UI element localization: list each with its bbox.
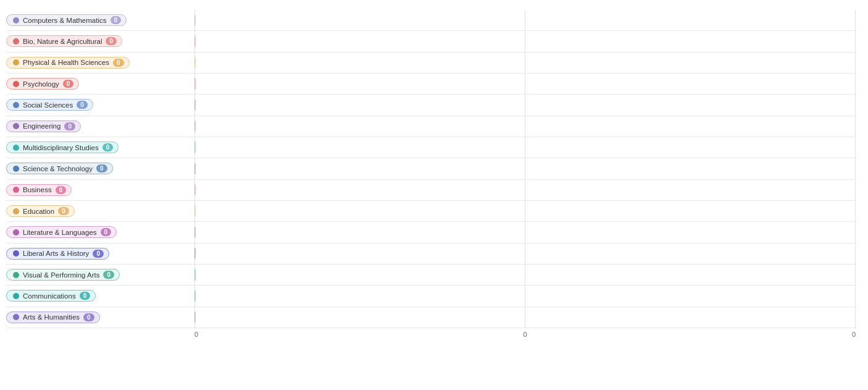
bar-track (194, 74, 856, 94)
bar-track (194, 286, 856, 306)
bar-row: Engineering0 (6, 116, 856, 137)
bar-label-area: Literature & Languages0 (6, 226, 194, 238)
bar-dot-icon (13, 250, 19, 256)
x-axis-labels: 000 (194, 331, 856, 338)
bar-pill: Social Sciences0 (6, 99, 93, 111)
bar-label: Visual & Performing Arts (23, 271, 99, 279)
bar-label: Education (23, 208, 54, 215)
bar-row: Communications0 (6, 286, 856, 307)
bar-pill: Education0 (6, 205, 75, 217)
bar-label: Physical & Health Sciences (23, 59, 109, 66)
chart-area: Computers & Mathematics0Bio, Nature & Ag… (6, 10, 856, 338)
bar-segment (194, 269, 196, 280)
bar-value-badge: 0 (103, 271, 114, 279)
bar-track (194, 31, 856, 51)
bar-pill: Arts & Humanities0 (6, 312, 100, 323)
bar-segment (194, 78, 196, 89)
bar-value-badge: 0 (58, 207, 69, 215)
bar-segment (194, 227, 196, 238)
bar-segment (194, 290, 196, 302)
bar-label: Arts & Humanities (23, 313, 80, 321)
x-axis-label-2: 0 (852, 331, 856, 338)
bar-dot-icon (13, 293, 19, 299)
bar-value-badge: 0 (83, 313, 94, 321)
bar-row: Literature & Languages0 (6, 222, 856, 243)
bar-value-badge: 0 (93, 250, 104, 258)
bar-label: Business (23, 186, 52, 193)
bar-label-area: Arts & Humanities0 (6, 312, 194, 323)
bar-row: Social Sciences0 (6, 95, 856, 116)
bar-segment (194, 100, 196, 111)
bar-label: Multidisciplinary Studies (23, 144, 99, 151)
bar-track (194, 201, 856, 221)
bar-segment (194, 36, 196, 47)
bar-dot-icon (13, 38, 19, 45)
bar-segment (194, 163, 196, 174)
bar-value-badge: 0 (113, 59, 124, 67)
bar-pill: Multidisciplinary Studies0 (6, 142, 119, 153)
bar-label: Social Sciences (23, 101, 73, 109)
bar-track (194, 95, 856, 115)
bar-label-area: Communications0 (6, 290, 194, 302)
bar-pill: Communications0 (6, 290, 96, 302)
bar-label-area: Bio, Nature & Agricultural0 (6, 35, 194, 47)
bar-segment (194, 15, 196, 26)
bar-segment (194, 205, 196, 216)
bar-label: Liberal Arts & History (23, 250, 89, 257)
bar-value-badge: 0 (101, 228, 112, 236)
bar-label: Communications (23, 292, 76, 300)
bar-track (194, 116, 856, 137)
bar-label: Bio, Nature & Agricultural (23, 38, 102, 45)
bar-segment (194, 248, 196, 259)
bar-label: Science & Technology (23, 165, 93, 172)
bar-value-badge: 0 (102, 143, 114, 151)
bar-value-badge: 0 (64, 122, 75, 130)
bar-track (194, 53, 856, 73)
bar-label-area: Science & Technology0 (6, 163, 194, 174)
bar-track (194, 10, 856, 30)
bar-label-area: Education0 (6, 205, 194, 217)
bar-dot-icon (13, 208, 19, 214)
bar-label: Computers & Mathematics (23, 17, 107, 24)
bar-row: Computers & Mathematics0 (6, 10, 856, 31)
bar-dot-icon (13, 314, 19, 320)
bar-label-area: Liberal Arts & History0 (6, 248, 194, 260)
bar-pill: Liberal Arts & History0 (6, 248, 109, 260)
bar-pill: Business0 (6, 184, 72, 196)
bar-pill: Bio, Nature & Agricultural0 (6, 35, 122, 47)
bar-label-area: Business0 (6, 184, 194, 196)
bar-pill: Computers & Mathematics0 (6, 14, 127, 26)
bar-dot-icon (13, 145, 19, 151)
bar-dot-icon (13, 272, 19, 278)
bars-section: Computers & Mathematics0Bio, Nature & Ag… (6, 10, 856, 328)
bar-label-area: Multidisciplinary Studies0 (6, 142, 194, 153)
bar-label-area: Social Sciences0 (6, 99, 194, 111)
bar-value-badge: 0 (77, 101, 88, 109)
bar-value-badge: 0 (106, 37, 117, 45)
bar-segment (194, 142, 196, 153)
bar-label: Literature & Languages (23, 229, 97, 236)
bar-dot-icon (13, 187, 19, 193)
bar-dot-icon (13, 123, 19, 129)
bar-track (194, 222, 856, 242)
bar-pill: Visual & Performing Arts0 (6, 269, 120, 281)
bar-label-area: Physical & Health Sciences0 (6, 57, 194, 69)
bar-track (194, 244, 856, 264)
bar-dot-icon (13, 229, 19, 235)
bar-label-area: Engineering0 (6, 121, 194, 132)
bar-row: Bio, Nature & Agricultural0 (6, 31, 856, 52)
bar-segment (194, 121, 196, 132)
bar-track (194, 307, 856, 328)
chart-container: Computers & Mathematics0Bio, Nature & Ag… (0, 0, 868, 390)
bar-value-badge: 0 (96, 164, 107, 172)
bar-track (194, 158, 856, 179)
bar-pill: Psychology0 (6, 78, 79, 90)
bar-row: Multidisciplinary Studies0 (6, 137, 856, 158)
bar-row: Business0 (6, 180, 856, 201)
bar-label-area: Psychology0 (6, 78, 194, 90)
bar-dot-icon (13, 102, 19, 108)
bar-row: Psychology0 (6, 74, 856, 95)
bar-dot-icon (13, 59, 19, 66)
bar-label: Psychology (23, 80, 59, 88)
bar-pill: Science & Technology0 (6, 163, 113, 174)
